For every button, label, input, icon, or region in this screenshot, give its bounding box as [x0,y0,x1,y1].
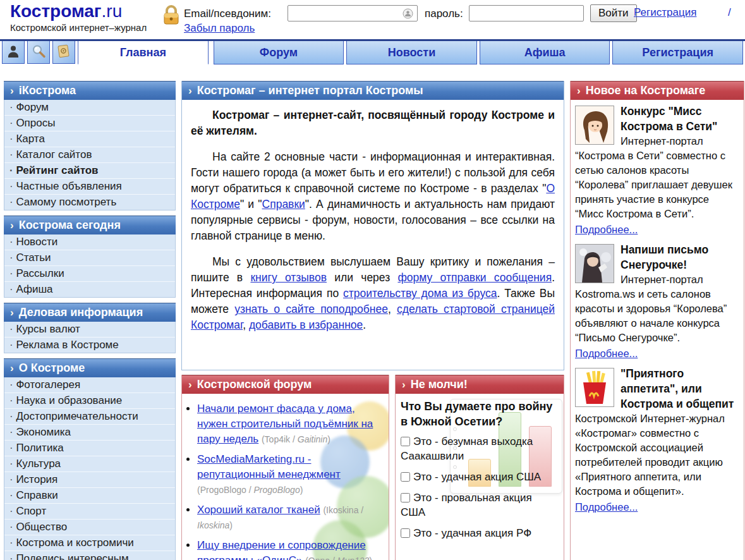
guestbook-link[interactable]: книгу отзывов [250,271,327,284]
person-icon [6,44,21,61]
poll-option-label: Это - провальная акция США [401,492,532,518]
sidebar-item-novosti[interactable]: Новости [4,234,175,250]
section-arrow-icon: › [10,307,14,318]
section-arrow-icon: › [10,363,14,374]
user-profile-tab[interactable] [2,41,25,64]
sidebar-item-kultura[interactable]: Культура [4,456,175,472]
search-tab[interactable] [27,41,50,64]
news-item: Напиши письмо Снегурочке! Интернет-порта… [571,238,744,362]
poll-option: Это - удачная акция США [401,470,559,484]
sidebar-item-kursy[interactable]: Курсы валют [4,322,175,338]
add-favorites-link[interactable]: добавить в избранное [249,319,363,331]
forum-title: Костромской форум [197,378,312,391]
section-title: О Костроме [19,362,85,375]
sidebar-item-podelis[interactable]: Поделись интересным [4,551,175,560]
sidebar-item-istoriya[interactable]: История [4,472,175,488]
register-link[interactable]: Регистрация [634,6,696,19]
left-sidebar: › iКострома Форум Опросы Карта Каталог с… [4,81,176,560]
sidebar-item-reklama[interactable]: Реклама в Костроме [4,338,175,353]
sidebar-item-samomu[interactable]: Самому посмотреть [4,195,175,210]
text: На сайте 2 основные части - информационн… [191,150,555,195]
sidebar-item-nauka[interactable]: Наука и образование [4,393,175,409]
poll-option: Это - безумная выходка Саакашвили [401,434,559,463]
sidebar-section-delovaya: › Деловая информация Курсы валют Реклама… [4,303,176,353]
about-site-link[interactable]: узнать о сайте поподробнее [234,303,388,315]
logo-suffix: .ru [102,1,123,21]
contacts-tab[interactable] [52,41,75,64]
sidebar-item-rassylki[interactable]: Рассылки [4,266,175,282]
poll-option-checkbox[interactable] [401,493,410,502]
password-label: пароль: [425,8,463,20]
sidebar-item-forum[interactable]: Форум [4,100,175,116]
sidebar-item-politika[interactable]: Политика [4,441,175,456]
section-arrow-icon: › [10,85,14,96]
sidebar-item-ekonomika[interactable]: Экономика [4,425,175,441]
forum-author-names: (ProgoBlogo / [197,485,254,495]
poll-option-checkbox[interactable] [401,472,410,482]
email-label: Email/псевдоним: [184,8,271,20]
sidebar-item-kostromichi[interactable]: Кострома и костромичи [4,535,175,551]
autofill-user-icon[interactable] [403,8,413,19]
site-logo[interactable]: Костромаг.ru Костромской интернет–журнал [10,1,147,33]
forum-topic: Ищу внедрение и сопровождение программы … [197,538,386,560]
section-header: › Кострома сегодня [4,216,176,234]
poll-option: Это - удачная акция РФ [401,526,559,540]
poll-option-label: Это - удачная акция США [413,471,541,483]
section-arrow-icon: › [188,85,192,96]
news-item-body: Интернет-портал “Кострома в Сети” совмес… [575,135,732,219]
text: . [363,319,366,331]
news-more-link[interactable]: Подробнее... [575,500,638,514]
tab-forum[interactable]: Форум [214,41,344,64]
login-button[interactable]: Войти [590,4,637,22]
tab-registratsiya[interactable]: Регистрация [612,41,743,64]
sidebar-item-oprosy[interactable]: Опросы [4,116,175,131]
poll-option-checkbox[interactable] [401,437,410,446]
sidebar-item-fotogalereya[interactable]: Фотогалерея [4,377,175,393]
section-title: Кострома сегодня [19,219,121,232]
news-more-link[interactable]: Подробнее... [575,346,638,361]
section-header: › iКострома [4,81,176,100]
article-paragraph-2: На сайте 2 основные части - информационн… [191,149,555,244]
tab-novosti[interactable]: Новости [346,41,477,64]
register-separator: / [728,6,731,19]
snegurochka-thumbnail[interactable] [575,244,614,283]
sidebar-item-spravki[interactable]: Справки [4,488,175,504]
address-book-icon [56,44,71,61]
section-title: iКострома [19,84,76,97]
poll-option: Это - провальная акция США [401,490,559,520]
sidebar-item-sport[interactable]: Спорт [4,504,175,520]
sidebar-item-afisha[interactable]: Афиша [4,282,175,297]
news-header: › Новое на Костромаге [571,81,744,100]
sidebar-section-ikostroma: › iКострома Форум Опросы Карта Каталог с… [4,81,176,210]
sidebar-item-reyting[interactable]: Рейтинг сайтов [4,163,175,179]
text: ) [300,485,303,495]
sidebar-item-obschestvo[interactable]: Общество [4,520,175,535]
forum-topic-link[interactable]: SocMediaMarketing.ru - репутационный мен… [197,453,341,480]
poll-option-checkbox[interactable] [401,528,410,538]
article-paragraph-3: Мы с удовольствием выслушаем Вашу критик… [191,254,555,333]
poll-question: Что Вы думаете про войну в Южной Осетии? [401,399,559,429]
spravki-link[interactable]: Справки [262,198,305,210]
article-lead-paragraph: Костромаг – интернет-сайт, посвящённый г… [191,107,555,139]
logo-subtitle: Костромской интернет–журнал [10,22,147,33]
sidebar-item-obyavleniya[interactable]: Частные объявления [4,179,175,195]
house-building-link[interactable]: строительству дома из бруса [343,287,497,300]
message-form-link[interactable]: форму отправки сообщения [397,271,552,284]
forum-topic-link[interactable]: Хороший каталог тканей [197,504,320,516]
sidebar-item-karta[interactable]: Карта [4,131,175,147]
section-arrow-icon: › [577,85,581,96]
tab-glavnaya[interactable]: Главная [78,41,209,64]
fries-thumbnail[interactable] [575,368,614,407]
password-input[interactable] [469,5,584,21]
top-bar: Костромаг.ru Костромской интернет–журнал… [0,0,745,39]
tab-afisha[interactable]: Афиша [480,41,610,64]
forum-topic: SocMediaMarketing.ru - репутационный мен… [197,452,386,497]
sidebar-item-dostoprim[interactable]: Достопримечательности [4,409,175,425]
poll-box: › Не молчи! Что Вы думаете про войну в Ю… [395,375,564,560]
email-input[interactable] [288,5,418,21]
sidebar-item-katalog[interactable]: Каталог сайтов [4,147,175,163]
news-more-link[interactable]: Подробнее... [575,222,638,237]
sidebar-item-statyi[interactable]: Статьи [4,250,175,266]
miss-kostroma-thumbnail[interactable] [575,106,614,145]
forgot-password-link[interactable]: Забыл пароль [184,22,255,35]
